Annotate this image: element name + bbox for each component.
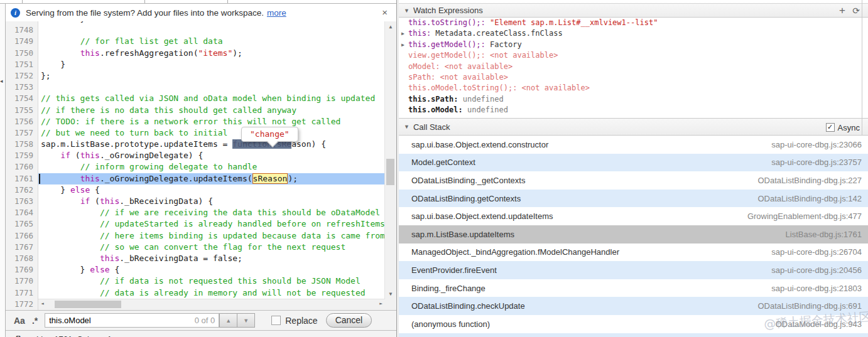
code-text[interactable]: this._oGrowingDelegate.updateItems(sReas… (38, 173, 385, 185)
code-text[interactable]: } else { (38, 264, 385, 275)
watch-expressions-header[interactable]: ▼ Watch Expressions + ⟳ (399, 3, 868, 18)
code-text[interactable]: // if we are receiving the data this sho… (38, 207, 385, 218)
code-text[interactable]: this.refreshAggregation("items"); (38, 48, 385, 59)
watch-expression-row[interactable]: this.oModel.toString();: <not available> (399, 83, 868, 94)
watch-expression-row[interactable]: this.oModel: undefined (399, 105, 868, 115)
async-toggle[interactable]: ✓ Async (826, 119, 860, 136)
watch-expression-row[interactable]: this.sPath: undefined (399, 94, 868, 105)
line-number[interactable]: 1765 (6, 218, 38, 230)
watch-expression-row[interactable]: this.toString();: "Element sap.m.List#__… (399, 18, 868, 28)
watch-expression-row[interactable]: oModel: <not available> (399, 62, 868, 72)
regex-button[interactable]: .* (32, 316, 38, 326)
line-number[interactable]: 1761 (6, 173, 38, 185)
call-stack-frame[interactable]: ManagedObject._bindAggregation.fModelCha… (399, 243, 868, 262)
line-number[interactable]: 1764 (6, 207, 38, 218)
code-editor[interactable]: 1747 }17481749 // for flat list get all … (6, 21, 396, 310)
line-number[interactable]: 1754 (6, 93, 38, 104)
match-case-button[interactable]: Aa (14, 316, 25, 326)
find-next-button[interactable]: ▼ (237, 313, 255, 328)
call-stack-frame[interactable]: Model.getContextsap-ui-core-dbg.js:23757 (399, 154, 868, 172)
infobar-more-link[interactable]: more (267, 8, 286, 18)
scroll-down-icon[interactable]: ▼ (385, 291, 396, 297)
line-number[interactable]: 1755 (6, 105, 38, 116)
call-stack-frame[interactable]: (anonymous function)ODataModel-dbg.js:94… (399, 315, 868, 333)
panel-collapse-icon[interactable]: ◂ (0, 78, 3, 84)
call-stack-frame[interactable]: sap.ui.base.Object.extend.constructorsap… (399, 136, 868, 154)
code-text[interactable]: // for flat list get all data (38, 36, 385, 47)
scroll-right-icon[interactable]: ► (379, 301, 382, 306)
find-previous-button[interactable]: ▲ (219, 313, 237, 328)
code-text[interactable]: // updateStarted is already handled befo… (38, 218, 385, 230)
add-watch-icon[interactable]: + (839, 4, 845, 17)
code-text[interactable]: if (this._bReceivingData) { (38, 196, 385, 207)
code-text[interactable]: } else { (38, 185, 385, 196)
horizontal-scrollbar[interactable]: ◄ ► (38, 299, 385, 310)
horizontal-scrollbar-thumb[interactable] (55, 301, 121, 308)
line-number[interactable]: 1749 (6, 36, 38, 47)
navigator-collapsed-strip[interactable]: ◂ (0, 4, 6, 337)
code-text[interactable] (38, 24, 385, 36)
watch-expression-row[interactable]: view.getModel();: <not available> (399, 50, 868, 61)
code-text[interactable]: // if there is no data this should get c… (38, 105, 385, 116)
watch-expression-row[interactable]: ▶this.getModel();: Factory (399, 40, 868, 50)
call-stack-frame[interactable] (399, 333, 868, 337)
code-text[interactable]: // but we need to turn back to initial (38, 127, 385, 139)
line-number[interactable]: 1759 (6, 150, 38, 161)
code-text[interactable] (38, 82, 385, 93)
line-number[interactable]: 1769 (6, 264, 38, 275)
line-number[interactable]: 1748 (6, 24, 38, 36)
call-stack-header[interactable]: ▼ Call Stack ✓ Async (399, 118, 868, 136)
code-text[interactable]: // inform growing delegate to handle (38, 161, 385, 173)
expand-triangle-icon[interactable]: ▶ (401, 40, 408, 50)
watch-expression-row[interactable]: sPath: <not available> (399, 72, 868, 83)
line-number[interactable]: 1752 (6, 70, 38, 82)
async-checkbox[interactable]: ✓ (826, 123, 835, 132)
refresh-watch-icon[interactable]: ⟳ (852, 6, 860, 16)
call-stack-frame[interactable]: ODataListBinding._getContextsODataListBi… (399, 171, 868, 190)
call-stack-frame[interactable]: sap.m.ListBase.updateItemsListBase-dbg.j… (399, 225, 868, 243)
infobar-close-icon[interactable]: × (382, 7, 388, 18)
code-text[interactable]: // data is already in memory and will no… (38, 287, 385, 299)
replace-checkbox[interactable] (271, 316, 281, 325)
call-stack-frame[interactable]: EventProvider.fireEventsap-ui-core-dbg.j… (399, 261, 868, 279)
line-number[interactable]: 1766 (6, 230, 38, 242)
line-number[interactable]: 1771 (6, 287, 38, 299)
line-number[interactable]: 1772 (6, 299, 38, 310)
scroll-left-icon[interactable]: ◄ (41, 301, 44, 306)
watch-expression-row[interactable]: ▶this: Metadata.createClass.fnClass (399, 28, 868, 39)
code-text[interactable]: sap.m.ListBase.prototype.updateItems = f… (38, 139, 385, 150)
line-number[interactable]: 1751 (6, 59, 38, 70)
code-text[interactable]: // so we can convert the flag for the ne… (38, 242, 385, 253)
code-text[interactable]: }; (38, 70, 385, 82)
vertical-scrollbar[interactable]: ▲ ▼ (384, 21, 396, 299)
code-text[interactable]: // this gets called via JSON and oData m… (38, 93, 385, 104)
call-stack-frame[interactable]: ODataListBinding.checkUpdateODataListBin… (399, 297, 868, 315)
call-stack-frame[interactable]: ODataListBinding.getContextsODataListBin… (399, 190, 868, 208)
collapse-triangle-icon[interactable]: ▼ (404, 8, 410, 14)
line-number[interactable]: 1767 (6, 242, 38, 253)
line-number[interactable]: 1756 (6, 116, 38, 127)
scroll-up-icon[interactable]: ▲ (385, 24, 396, 29)
line-number[interactable]: 1770 (6, 275, 38, 287)
code-text[interactable]: // TODO: if there is a network error thi… (38, 116, 385, 127)
find-input[interactable]: this.oModel 0 of 0 (45, 313, 219, 328)
line-number[interactable]: 1768 (6, 253, 38, 264)
call-stack-frame[interactable]: Binding._fireChangesap-ui-core-dbg.js:21… (399, 279, 868, 297)
vertical-scrollbar-thumb[interactable] (386, 159, 394, 185)
call-stack-frame[interactable]: sap.ui.base.Object.extend.updateItemsGro… (399, 207, 868, 225)
code-text[interactable]: // here items binding is updated because… (38, 230, 385, 242)
collapse-triangle-icon[interactable]: ▼ (404, 124, 410, 130)
cancel-button[interactable]: Cancel (326, 313, 372, 328)
line-number[interactable]: 1750 (6, 48, 38, 59)
code-text[interactable]: this._bReceivingData = false; (38, 253, 385, 264)
code-text[interactable]: if (this._oGrowingDelegate) { (38, 150, 385, 161)
code-text[interactable]: } (38, 59, 385, 70)
line-number[interactable]: 1753 (6, 82, 38, 93)
line-number[interactable]: 1757 (6, 127, 38, 139)
line-number[interactable]: 1762 (6, 185, 38, 196)
expand-triangle-icon[interactable]: ▶ (401, 28, 408, 39)
code-text[interactable]: // if data is not requested this should … (38, 275, 385, 287)
line-number[interactable]: 1760 (6, 161, 38, 173)
line-number[interactable]: 1758 (6, 139, 38, 150)
line-number[interactable]: 1763 (6, 196, 38, 207)
